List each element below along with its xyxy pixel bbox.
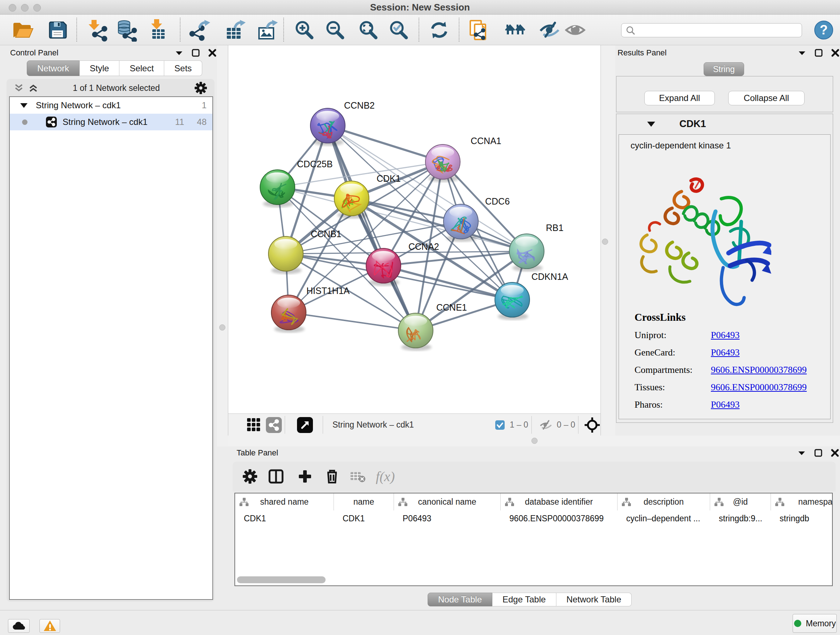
birdseye-button[interactable]	[266, 414, 282, 436]
right-splitter[interactable]	[600, 45, 615, 447]
results-panel-float-icon[interactable]	[815, 49, 823, 57]
import-table-from-file-button[interactable]	[147, 19, 170, 42]
crosslink-value-link[interactable]: 9606.ENSP00000378699	[711, 382, 807, 393]
node-CCNA1[interactable]: CCNA1	[425, 136, 501, 182]
edge-HIST1H1A-CCNE1[interactable]	[289, 312, 416, 331]
zoom-out-button[interactable]	[324, 19, 347, 42]
hide-selected-button[interactable]	[538, 19, 561, 42]
open-session-button[interactable]	[11, 19, 34, 42]
control-panel-float-icon[interactable]	[192, 49, 200, 57]
grid-view-button[interactable]	[247, 414, 261, 436]
edge-CCNB2-CCNA1[interactable]	[328, 126, 443, 162]
table-panel-float-icon[interactable]	[814, 449, 822, 457]
table-cell[interactable]: 9606.ENSP00000378699	[501, 510, 617, 527]
gene-section-header[interactable]: CDK1	[616, 114, 833, 134]
expand-all-button[interactable]: Expand All	[644, 91, 715, 105]
expand-all-icon[interactable]	[28, 83, 38, 93]
node-HIST1H1A[interactable]: HIST1H1A	[271, 286, 350, 333]
table-cell[interactable]: CDK1	[334, 510, 394, 527]
node-RB1[interactable]: RB1	[509, 223, 564, 272]
import-network-from-file-button[interactable]	[86, 19, 109, 42]
node-CCNE1[interactable]: CCNE1	[398, 302, 467, 351]
crosslink-value-link[interactable]: P06493	[711, 330, 739, 340]
separator	[578, 416, 578, 434]
export-table-button[interactable]	[224, 19, 247, 42]
gene-caret-icon[interactable]	[647, 121, 655, 127]
results-panel-close-icon[interactable]	[831, 49, 839, 57]
collection-caret-icon[interactable]	[20, 103, 28, 108]
column-header-database-identifier[interactable]: database identifier	[501, 494, 617, 510]
fit-selected-button[interactable]	[584, 414, 600, 436]
crosslink-value-link[interactable]: P06493	[711, 399, 739, 410]
export-image-button[interactable]	[256, 19, 279, 42]
import-network-from-database-button[interactable]	[115, 19, 138, 42]
first-neighbors-button[interactable]	[504, 19, 527, 42]
zoom-selected-button[interactable]	[387, 19, 410, 42]
crosslink-value-link[interactable]: 9606.ENSP00000378699	[711, 364, 807, 375]
left-splitter[interactable]	[217, 45, 228, 447]
tab-edge-table[interactable]: Edge Table	[493, 593, 556, 606]
memory-button[interactable]: Memory	[793, 614, 837, 633]
node-label-RB1: RB1	[546, 223, 564, 233]
function-builder-button[interactable]: f(x)	[375, 466, 396, 487]
apply-layout-button[interactable]	[428, 19, 451, 42]
node-CCNB1[interactable]: CCNB1	[268, 229, 341, 274]
node-CDC25B[interactable]: CDC25B	[260, 159, 333, 207]
results-panel-dropdown-icon[interactable]	[798, 50, 806, 55]
right-splitter-handle-icon[interactable]	[602, 239, 608, 245]
crosslink-value-link[interactable]: P06493	[711, 347, 739, 358]
collapse-all-button[interactable]: Collapse All	[728, 91, 805, 105]
tab-string[interactable]: String	[704, 62, 744, 76]
open-in-window-button[interactable]	[297, 414, 313, 436]
column-header-shared-name[interactable]: shared name	[235, 494, 334, 510]
node-CDKN1A[interactable]: CDKN1A	[495, 272, 568, 320]
search-field[interactable]	[621, 23, 802, 37]
bottom-splitter-handle-icon[interactable]	[531, 438, 538, 444]
column-header-description[interactable]: description	[617, 494, 710, 510]
options-gear-icon[interactable]	[195, 82, 207, 94]
network-collection-row[interactable]: String Network – cdk1 1	[10, 97, 212, 114]
tab-style[interactable]: Style	[80, 60, 119, 76]
column-header-canonical-name[interactable]: canonical name	[394, 494, 501, 510]
warnings-button[interactable]	[39, 619, 60, 633]
export-network-button[interactable]	[188, 19, 212, 42]
zoom-in-button[interactable]	[293, 19, 316, 42]
left-splitter-handle-icon[interactable]	[219, 325, 225, 331]
tab-sets[interactable]: Sets	[164, 60, 202, 76]
tab-select[interactable]: Select	[119, 60, 164, 76]
table-panel-dropdown-icon[interactable]	[798, 450, 806, 455]
table-cell[interactable]: CDK1	[235, 510, 334, 527]
table-panel-close-icon[interactable]	[831, 449, 839, 457]
table-hscrollbar[interactable]	[237, 576, 325, 583]
table-options-button[interactable]	[240, 466, 261, 487]
bottom-splitter[interactable]	[228, 435, 840, 447]
network-row[interactable]: String Network – cdk1 11 48	[10, 114, 212, 130]
node-label-CCNA2: CCNA2	[409, 241, 439, 252]
table-cell[interactable]: cyclin–dependent ...	[617, 510, 710, 527]
table-cell[interactable]: stringdb:9...	[710, 510, 771, 527]
control-panel-close-icon[interactable]	[208, 49, 216, 57]
tab-network[interactable]: Network	[27, 60, 80, 76]
search-input[interactable]	[636, 26, 795, 35]
network-canvas[interactable]: CCNB2 CCNA1 CDC25B CDK1 CDC6	[228, 45, 600, 413]
control-panel-dropdown-icon[interactable]	[175, 50, 183, 55]
edge-CCNB2-CCNE1[interactable]	[328, 126, 416, 331]
tab-network-table[interactable]: Network Table	[556, 593, 632, 606]
delete-column-button[interactable]	[322, 466, 343, 487]
help-button[interactable]: ?	[812, 19, 835, 42]
collapse-all-icon[interactable]	[14, 83, 24, 93]
save-session-button[interactable]	[46, 19, 69, 42]
toggle-columns-button[interactable]	[265, 466, 286, 487]
delete-table-button[interactable]	[347, 466, 369, 487]
table-cell[interactable]: P06493	[394, 510, 501, 527]
add-column-button[interactable]	[294, 466, 316, 487]
show-all-button[interactable]	[564, 19, 587, 42]
table-cell[interactable]: stringdb	[771, 510, 833, 527]
tab-node-table[interactable]: Node Table	[428, 593, 493, 606]
column-header-name[interactable]: name	[334, 494, 394, 510]
clone-network-button[interactable]	[467, 19, 491, 42]
column-header-namespace[interactable]: namespace	[771, 494, 833, 510]
column-header--id[interactable]: @id	[710, 494, 771, 510]
zoom-fit-button[interactable]	[357, 19, 380, 42]
cloud-button[interactable]	[8, 619, 30, 633]
